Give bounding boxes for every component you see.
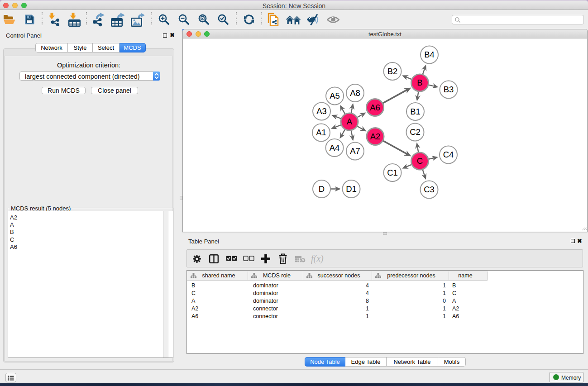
svg-text:A3: A3 bbox=[316, 106, 327, 116]
svg-text:B1: B1 bbox=[410, 106, 421, 116]
svg-text:A5: A5 bbox=[330, 91, 340, 100]
svg-text:A8: A8 bbox=[350, 88, 360, 97]
svg-text:A: A bbox=[346, 117, 352, 126]
svg-text:C: C bbox=[416, 156, 422, 166]
svg-text:B4: B4 bbox=[424, 50, 435, 59]
svg-text:B2: B2 bbox=[387, 66, 397, 76]
svg-text:C4: C4 bbox=[443, 150, 454, 159]
svg-text:D1: D1 bbox=[346, 184, 357, 193]
svg-text:A2: A2 bbox=[370, 131, 380, 141]
svg-text:D: D bbox=[318, 184, 324, 193]
svg-text:C1: C1 bbox=[387, 167, 398, 177]
svg-text:C2: C2 bbox=[410, 127, 421, 137]
svg-text:B3: B3 bbox=[443, 85, 454, 94]
svg-text:A4: A4 bbox=[329, 143, 339, 152]
svg-text:A6: A6 bbox=[370, 102, 380, 112]
svg-text:B: B bbox=[417, 78, 422, 87]
svg-text:A7: A7 bbox=[350, 146, 360, 156]
svg-text:A1: A1 bbox=[316, 128, 326, 137]
svg-text:C3: C3 bbox=[424, 185, 435, 194]
